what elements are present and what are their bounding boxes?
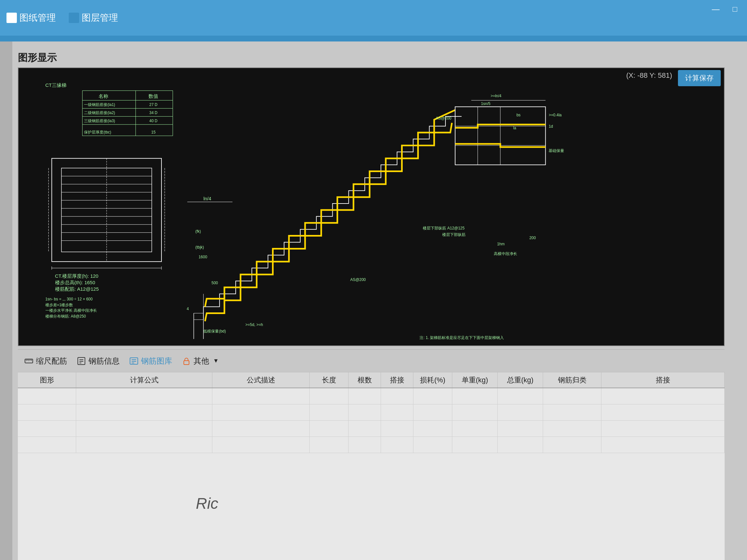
svg-text:500: 500 [211, 281, 218, 285]
ruler-config-button[interactable]: 缩尺配筋 [24, 356, 67, 366]
svg-rect-90 [184, 361, 189, 365]
svg-text:40 D: 40 D [150, 118, 158, 123]
dropdown-arrow: ▼ [213, 357, 219, 364]
accent-bar [0, 36, 747, 42]
svg-text:15: 15 [151, 130, 156, 134]
svg-text:>=5d, >=h: >=5d, >=h [246, 322, 263, 327]
bottom-toolbar: 缩尺配筋 钢筋信息 钢筋图库 其他 [18, 349, 725, 372]
cad-drawing: CT三缘梯 名称 数值 一级钢筋搭接(la1) 27 D [19, 68, 724, 345]
svg-text:AS@200: AS@200 [350, 277, 366, 282]
info-icon [77, 356, 86, 366]
svg-text:(tbjk): (tbjk) [196, 245, 204, 249]
col-length: 长度 [310, 372, 349, 388]
center-dims: ln/4 (fk) (tbjk) 1600 500 [187, 196, 232, 285]
window-controls: — □ [709, 3, 741, 15]
svg-text:34 D: 34 D [150, 110, 158, 115]
section-title: 图形显示 [18, 51, 57, 64]
svg-text:低模保量(bd): 低模保量(bd) [203, 329, 226, 334]
sidebar-item-layers[interactable]: 图层管理 [69, 12, 118, 24]
cell-loss [413, 388, 452, 404]
cad-canvas[interactable]: (X: -88 Y: 581) 计算保存 CT三缘梯 名称 数值 [18, 68, 725, 346]
svg-text:保护层厚度(tbc): 保护层厚度(tbc) [84, 130, 111, 134]
svg-text:4: 4 [187, 306, 189, 311]
rebar-library-button[interactable]: 钢筋图库 [129, 356, 172, 366]
svg-text:1d: 1d [548, 124, 553, 129]
lock-icon [182, 356, 191, 366]
cell-desc [212, 388, 310, 404]
svg-text:1600: 1600 [199, 255, 207, 259]
svg-text:楼筋配筋: A12@125: 楼筋配筋: A12@125 [55, 286, 99, 292]
svg-text:1sn- bs = ,,, 300 ÷ 12 × 600: 1sn- bs = ,,, 300 ÷ 12 × 600 [45, 297, 93, 301]
svg-text:(fk): (fk) [196, 229, 201, 234]
col-splice: 搭接 [381, 372, 413, 388]
svg-text:楼层下部纵筋 A12@125: 楼层下部纵筋 A12@125 [423, 226, 465, 231]
left-sidebar [0, 42, 12, 560]
ruler-config-label: 缩尺配筋 [36, 356, 67, 366]
svg-text:bs: bs [516, 113, 521, 117]
other-button[interactable]: 其他 ▼ [182, 356, 219, 366]
svg-text:基础保量: 基础保量 [548, 149, 564, 153]
top-bar: 图纸管理 图层管理 — □ [0, 0, 747, 36]
table-row [18, 437, 725, 453]
col-formula-desc: 公式描述 [212, 372, 310, 388]
other-label: 其他 [194, 356, 209, 366]
rebar-info-label: 钢筋信息 [88, 356, 120, 366]
cell-count [349, 388, 381, 404]
col-formula: 计算公式 [76, 372, 212, 388]
rebar-info-button[interactable]: 钢筋信息 [77, 356, 120, 366]
svg-text:>=ln/4: >=ln/4 [491, 94, 501, 98]
svg-text:楼层下部纵筋: 楼层下部纵筋 [442, 232, 466, 237]
svg-text:>=0.4la: >=0.4la [548, 113, 562, 117]
document-icon [6, 12, 17, 23]
svg-text:注: 1. 架梯筋标准是应尽足在下下面中层架梯钢入: 注: 1. 架梯筋标准是应尽足在下下面中层架梯钢入 [419, 336, 504, 340]
cell-rebar-type [543, 388, 601, 404]
svg-text:名称: 名称 [99, 93, 108, 99]
svg-text:1sn/5: 1sn/5 [481, 102, 491, 106]
svg-text:la: la [513, 126, 516, 130]
cell-length [310, 388, 349, 404]
svg-text:一楼步水平净长 高横中段净长: 一楼步水平净长 高横中段净长 [45, 308, 97, 313]
cell-total-weight [498, 388, 543, 404]
cell-formula [76, 388, 212, 404]
col-rebar-type: 钢筋归类 [543, 372, 601, 388]
svg-text:高横中段净长: 高横中段净长 [494, 251, 517, 256]
minimize-button[interactable]: — [709, 3, 723, 15]
table-row [18, 421, 725, 437]
svg-text:一级钢筋搭接(la1): 一级钢筋搭接(la1) [84, 102, 115, 107]
cell-shape [18, 388, 76, 404]
cell-unit-weight [452, 388, 498, 404]
data-rows [18, 388, 725, 560]
col-count: 根数 [349, 372, 381, 388]
svg-text:1hm: 1hm [497, 242, 505, 246]
svg-text:200: 200 [530, 236, 536, 240]
col-splice2: 搭接 [601, 372, 725, 388]
ric-watermark: Ric [196, 495, 218, 512]
col-total-weight: 总重(kg) [498, 372, 543, 388]
cell-splice2 [601, 388, 725, 404]
table-row [18, 404, 725, 421]
svg-text:AS@200: AS@200 [436, 116, 451, 121]
layers-icon [69, 12, 79, 23]
table-row [18, 388, 725, 404]
svg-text:楼步总高(th): 1650: 楼步总高(th): 1650 [55, 280, 95, 285]
cad-title: CT三缘梯 [45, 82, 67, 88]
col-loss: 损耗(%) [413, 372, 452, 388]
svg-text:三级钢筋搭接(la3): 三级钢筋搭接(la3) [84, 118, 115, 123]
svg-text:楼步差=1楼步数: 楼步差=1楼步数 [45, 303, 73, 307]
col-unit-weight: 单重(kg) [452, 372, 498, 388]
svg-text:数值: 数值 [149, 93, 158, 99]
svg-text:ln/4: ln/4 [203, 196, 211, 201]
rebar-library-label: 钢筋图库 [141, 356, 172, 366]
stair-elevation: >=ln/4 1sn/5 bs >=0.4la 1d 基础保量 AS@200 A… [187, 94, 564, 340]
svg-text:CT.楼层厚度(h): 120: CT.楼层厚度(h): 120 [55, 273, 99, 279]
param-table: 名称 数值 一级钢筋搭接(la1) 27 D 二级钢筋搭接(la2) 34 D … [82, 91, 173, 136]
sidebar-item-drawings[interactable]: 图纸管理 [6, 12, 56, 24]
library-icon [129, 356, 138, 366]
data-table-header: 图形 计算公式 公式描述 长度 根数 搭接 损耗(%) 单重(kg) 总重(kg… [18, 372, 725, 388]
stair-plan: CT.楼层厚度(h): 120 楼步总高(th): 1650 楼筋配筋: A12… [45, 158, 165, 319]
main-content: 图形显示 (X: -88 Y: 581) 计算保存 CT三缘梯 [0, 42, 747, 560]
cell-splice [381, 388, 413, 404]
col-shape: 图形 [18, 372, 76, 388]
maximize-button[interactable]: □ [729, 3, 741, 15]
svg-text:楼梯分布钢筋: A8@250: 楼梯分布钢筋: A8@250 [45, 314, 86, 319]
